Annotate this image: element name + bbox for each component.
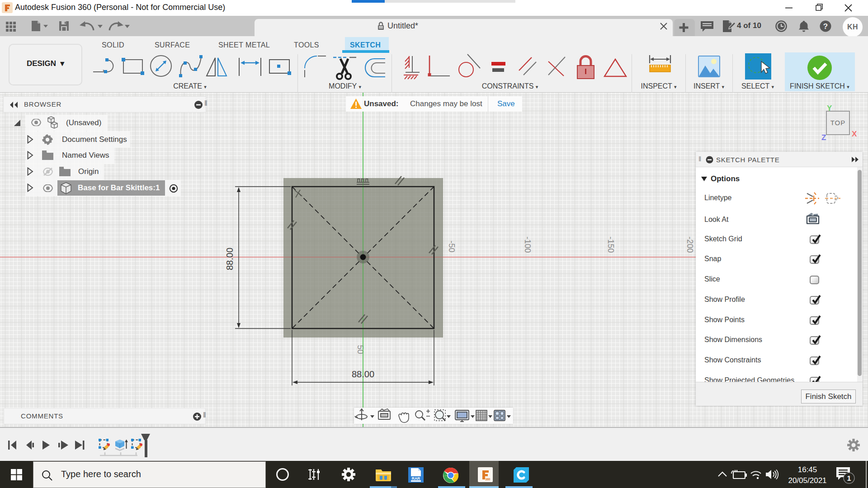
svg-text:RAR: RAR [412,476,420,481]
svg-text:88.00: 88.00 [225,248,235,270]
svg-text:360: 360 [486,478,491,481]
svg-text:?: ? [823,22,828,31]
svg-text:88.00: 88.00 [352,369,374,379]
svg-text:1: 1 [847,474,851,482]
